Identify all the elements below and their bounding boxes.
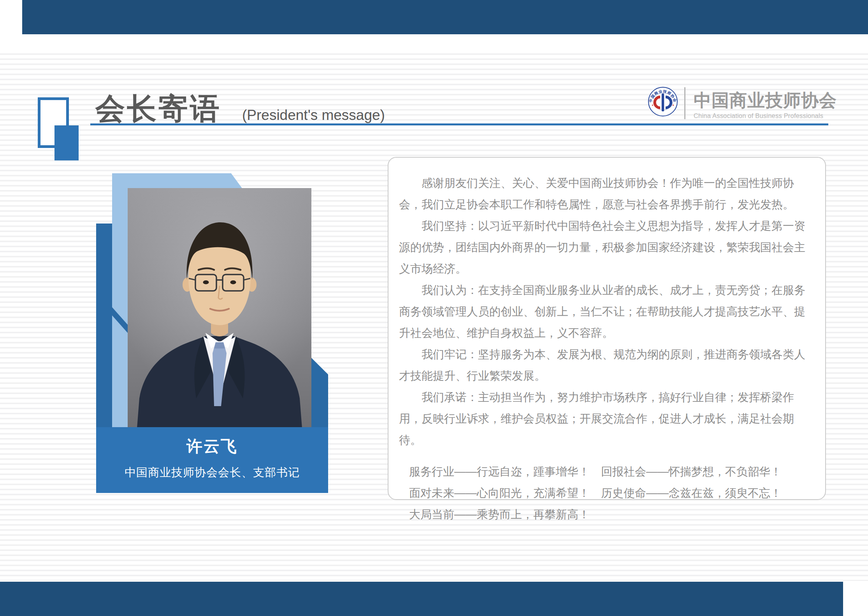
bottom-navy-band [0,582,843,616]
slide-president-message: 会长寄语 (President's message) 中国商业技师协会 CHIN… [0,0,868,616]
association-name-en: China Association of Business Profession… [694,112,830,120]
association-name-cn: 中国商业技师协会 [694,89,830,112]
page-subtitle-en: (President's message) [242,107,385,124]
logo-divider [684,87,685,119]
blue-band-shape [96,224,112,427]
message-paragraph: 我们坚持：以习近平新时代中国特色社会主义思想为指导，发挥人才是第一资源的优势，团… [399,215,816,280]
title-underline [90,123,828,125]
president-title: 中国商业技师协会会长、支部书记 [96,465,328,480]
message-paragraph: 我们牢记：坚持服务为本、发展为根、规范为纲的原则，推进商务领域各类人才技能提升、… [399,344,816,387]
message-paragraph: 感谢朋友们关注、关心、关爱中国商业技师协会！作为唯一的全国性技师协会，我们立足协… [399,172,816,215]
president-name: 许云飞 [96,436,328,457]
message-panel: 感谢朋友们关注、关心、关爱中国商业技师协会！作为唯一的全国性技师协会，我们立足协… [388,157,826,500]
motto-line: 服务行业——行远自迩，踵事增华！ 回报社会——怀揣梦想，不负韶华！ [399,461,816,482]
association-emblem-icon: 中国商业技师协会 CHINA ASSOCIATION OF BUSINESS P… [647,86,678,117]
message-paragraph: 我们认为：在支持全国商业服务业从业者的成长、成才上，责无旁贷；在服务商务领域管理… [399,280,816,344]
president-name-card: 许云飞 中国商业技师协会会长、支部书记 [96,427,328,493]
motto-line: 面对未来——心向阳光，充满希望！ 历史使命——念兹在兹，须臾不忘！ [399,482,816,504]
title-solid-square-icon [54,125,79,160]
president-photo [128,188,311,428]
page-title: 会长寄语 [95,91,221,126]
motto-line: 大局当前——乘势而上，再攀新高！ [399,504,816,525]
motto-lines: 服务行业——行远自迩，踵事增华！ 回报社会——怀揣梦想，不负韶华！面对未来——心… [399,461,816,525]
top-navy-band [22,0,868,34]
message-paragraphs: 感谢朋友们关注、关心、关爱中国商业技师协会！作为唯一的全国性技师协会，我们立足协… [399,172,816,451]
message-paragraph: 我们承诺：主动担当作为，努力维护市场秩序，搞好行业自律；发挥桥梁作用，反映行业诉… [399,387,816,451]
